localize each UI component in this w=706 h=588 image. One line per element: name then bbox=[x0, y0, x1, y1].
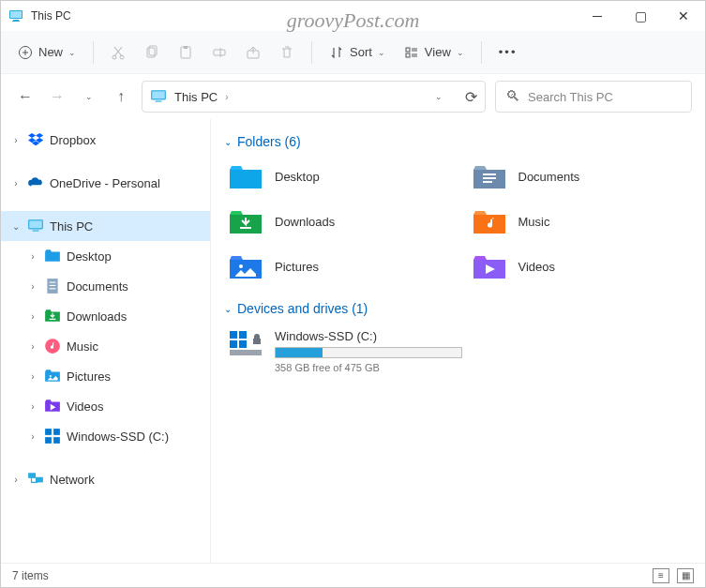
sidebar-item-network[interactable]: › Network bbox=[1, 464, 210, 494]
paste-button[interactable] bbox=[171, 38, 201, 68]
videos-folder-icon bbox=[472, 252, 507, 280]
this-pc-icon bbox=[8, 8, 23, 23]
drive-icon bbox=[228, 329, 263, 357]
chevron-down-icon: ⌄ bbox=[85, 92, 93, 101]
chevron-right-icon[interactable]: › bbox=[10, 178, 22, 188]
forward-button[interactable]: → bbox=[46, 85, 68, 108]
sidebar-item-ssd[interactable]: › Windows-SSD (C:) bbox=[1, 421, 210, 451]
sidebar-item-label: Network bbox=[50, 473, 95, 487]
sidebar-item-pictures[interactable]: › Pictures bbox=[1, 361, 210, 391]
chevron-down-icon: ⌄ bbox=[68, 48, 76, 57]
share-button[interactable] bbox=[238, 38, 268, 68]
chevron-right-icon[interactable]: › bbox=[27, 431, 38, 442]
svg-rect-13 bbox=[406, 48, 410, 52]
chevron-right-icon[interactable]: › bbox=[10, 135, 22, 145]
chevron-right-icon[interactable]: › bbox=[27, 401, 38, 412]
icons-view-toggle[interactable]: ▦ bbox=[677, 568, 694, 583]
chevron-right-icon[interactable]: › bbox=[225, 92, 228, 102]
folder-pictures[interactable]: Pictures bbox=[224, 249, 449, 284]
view-button[interactable]: View ⌄ bbox=[397, 38, 472, 68]
chevron-right-icon[interactable]: › bbox=[27, 371, 38, 382]
refresh-button[interactable]: ⟳ bbox=[465, 88, 477, 106]
svg-rect-24 bbox=[50, 288, 56, 289]
sidebar-item-music[interactable]: › Music bbox=[1, 331, 210, 361]
ellipsis-icon: ••• bbox=[499, 45, 518, 59]
sidebar-item-label: Desktop bbox=[67, 249, 112, 264]
new-button[interactable]: New ⌄ bbox=[10, 38, 83, 68]
sort-button[interactable]: Sort ⌄ bbox=[322, 38, 393, 68]
downloads-folder-icon bbox=[228, 207, 263, 235]
desktop-folder-icon bbox=[228, 162, 263, 190]
status-item-count: 7 items bbox=[12, 569, 49, 582]
this-pc-icon bbox=[27, 218, 44, 234]
sort-icon bbox=[329, 45, 344, 60]
chevron-right-icon[interactable]: › bbox=[27, 311, 38, 322]
sidebar: › Dropbox › OneDrive - Personal ⌄ This P… bbox=[1, 119, 211, 563]
folder-videos[interactable]: Videos bbox=[468, 249, 693, 284]
music-folder-icon bbox=[472, 207, 507, 235]
minimize-button[interactable]: ─ bbox=[576, 1, 619, 31]
cut-button[interactable] bbox=[103, 38, 133, 68]
sidebar-item-documents[interactable]: › Documents bbox=[1, 271, 210, 301]
section-folders[interactable]: ⌄ Folders (6) bbox=[224, 134, 692, 149]
paste-icon bbox=[178, 45, 193, 60]
divider bbox=[93, 41, 94, 64]
copy-button[interactable] bbox=[137, 38, 167, 68]
sidebar-item-this-pc[interactable]: ⌄ This PC bbox=[1, 211, 210, 241]
search-box[interactable]: 🔍︎ bbox=[495, 81, 692, 113]
plus-circle-icon bbox=[18, 45, 33, 60]
back-button[interactable]: ← bbox=[14, 85, 37, 108]
sidebar-item-downloads[interactable]: › Downloads bbox=[1, 301, 210, 331]
drive-usage-bar bbox=[275, 347, 462, 358]
folder-music[interactable]: Music bbox=[468, 204, 693, 239]
rename-button[interactable] bbox=[204, 38, 234, 68]
breadcrumb-root[interactable]: This PC bbox=[174, 90, 218, 104]
up-button[interactable]: ↑ bbox=[110, 85, 132, 108]
svg-rect-17 bbox=[156, 101, 162, 102]
pictures-folder-icon bbox=[228, 252, 263, 280]
chevron-right-icon[interactable]: › bbox=[27, 251, 38, 262]
close-button[interactable]: ✕ bbox=[662, 1, 705, 31]
svg-rect-28 bbox=[53, 429, 60, 435]
more-button[interactable]: ••• bbox=[491, 38, 525, 68]
sidebar-item-onedrive[interactable]: › OneDrive - Personal bbox=[1, 168, 210, 198]
svg-rect-11 bbox=[214, 50, 225, 55]
svg-rect-2 bbox=[13, 20, 19, 21]
delete-button[interactable] bbox=[272, 38, 302, 68]
network-icon bbox=[27, 471, 44, 488]
navbar: ← → ⌄ ↑ This PC › ⌄ ⟳ 🔍︎ bbox=[1, 74, 705, 119]
sidebar-item-desktop[interactable]: › Desktop bbox=[1, 241, 210, 271]
view-icon bbox=[404, 45, 419, 60]
details-view-toggle[interactable]: ≡ bbox=[653, 568, 669, 583]
svg-rect-20 bbox=[33, 231, 39, 232]
downloads-icon bbox=[44, 308, 61, 324]
chevron-down-icon[interactable]: ⌄ bbox=[10, 221, 22, 232]
section-label: Devices and drives (1) bbox=[237, 301, 368, 316]
sidebar-item-dropbox[interactable]: › Dropbox bbox=[1, 125, 210, 155]
folder-label: Downloads bbox=[275, 215, 335, 229]
maximize-button[interactable]: ▢ bbox=[619, 1, 662, 31]
svg-rect-23 bbox=[50, 285, 56, 286]
recent-button[interactable]: ⌄ bbox=[78, 85, 100, 108]
divider bbox=[481, 41, 482, 64]
chevron-down-icon: ⌄ bbox=[457, 48, 464, 57]
address-bar[interactable]: This PC › ⌄ ⟳ bbox=[142, 81, 486, 113]
chevron-right-icon[interactable]: › bbox=[27, 341, 38, 352]
sidebar-item-label: Music bbox=[67, 339, 98, 354]
view-label: View bbox=[425, 45, 451, 59]
desktop-icon bbox=[44, 248, 61, 264]
sidebar-item-videos[interactable]: › Videos bbox=[1, 391, 210, 421]
folder-documents[interactable]: Documents bbox=[468, 158, 693, 194]
copy-icon bbox=[144, 45, 159, 60]
folder-desktop[interactable]: Desktop bbox=[224, 158, 449, 194]
chevron-right-icon[interactable]: › bbox=[10, 475, 22, 485]
svg-rect-37 bbox=[230, 331, 237, 339]
section-drives[interactable]: ⌄ Devices and drives (1) bbox=[224, 301, 692, 316]
svg-rect-32 bbox=[36, 477, 43, 483]
chevron-down-icon[interactable]: ⌄ bbox=[435, 92, 443, 101]
search-input[interactable] bbox=[528, 90, 682, 104]
svg-rect-14 bbox=[406, 53, 410, 57]
drive-windows-ssd[interactable]: Windows-SSD (C:) 358 GB free of 475 GB bbox=[224, 325, 692, 377]
folder-downloads[interactable]: Downloads bbox=[224, 204, 449, 239]
chevron-right-icon[interactable]: › bbox=[27, 281, 38, 292]
